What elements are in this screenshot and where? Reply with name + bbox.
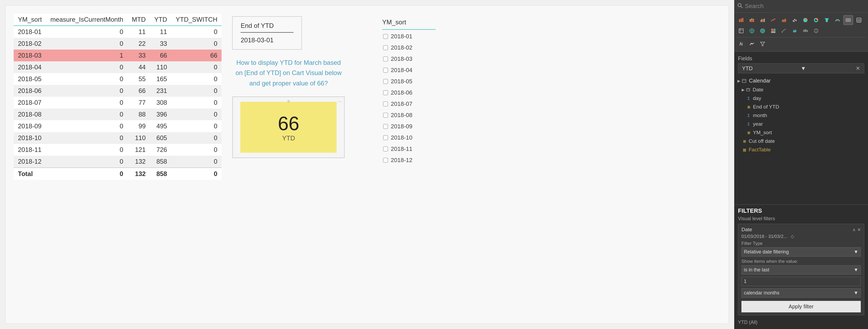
ymsort-checkbox[interactable] <box>383 135 388 140</box>
table-row[interactable]: 2018-050551650 <box>13 73 221 85</box>
ymsort-checkbox[interactable] <box>383 90 388 95</box>
toolbar-line-chart-icon[interactable] <box>769 15 778 25</box>
period-dropdown[interactable]: calendar months ▼ <box>741 288 861 298</box>
ymsort-list-item[interactable]: 2018-02 <box>382 42 436 53</box>
ymsort-checkbox[interactable] <box>383 158 388 163</box>
condition-value: is in the last <box>744 267 769 273</box>
toolbar-card-icon[interactable] <box>843 15 853 25</box>
toolbar-custom1-icon[interactable] <box>801 26 810 36</box>
dropdown-arrow-icon: ▼ <box>854 290 858 296</box>
table-row[interactable]: 2018-070773080 <box>13 97 221 109</box>
table-row[interactable]: 2018-060662310 <box>13 85 221 97</box>
ymsort-list-item[interactable]: 2018-11 <box>382 143 436 155</box>
toolbar-custom2-icon[interactable] <box>811 26 821 36</box>
toolbar-scatter-icon[interactable] <box>790 15 800 25</box>
table-row[interactable]: 2018-080883960 <box>13 109 221 120</box>
toolbar-funnel-icon[interactable] <box>822 15 832 25</box>
table-row[interactable]: 2018-02022330 <box>13 38 221 50</box>
tree-item-date[interactable]: ▶ Date <box>734 85 868 94</box>
toolbar-stacked-bar-icon[interactable] <box>747 15 757 25</box>
toolbar-map-icon[interactable] <box>747 26 757 36</box>
table-row[interactable]: 2018-031336666 <box>13 50 221 61</box>
tree-item-ymsort[interactable]: ▦ YM_sort <box>734 128 868 137</box>
drag-handle-icon[interactable]: ≡ <box>287 99 290 104</box>
ymsort-checkbox[interactable] <box>383 68 388 73</box>
toolbar-donut-icon[interactable] <box>811 15 821 25</box>
ymsort-item-label: 2018-03 <box>391 55 412 62</box>
tree-item-calendar[interactable]: ▶ Calendar <box>734 76 868 85</box>
toolbar-table-icon[interactable] <box>854 15 864 25</box>
filter-number-input[interactable] <box>741 277 861 286</box>
col-header-measureiscurrentmonth[interactable]: measure_IsCurrentMonth <box>46 13 127 26</box>
ymsort-list-item[interactable]: 2018-08 <box>382 110 436 121</box>
ymsort-checkbox[interactable] <box>383 79 388 84</box>
ymsort-list-item[interactable]: 2018-01 <box>382 31 436 42</box>
search-input[interactable] <box>745 3 865 10</box>
toolbar-analytics-icon[interactable] <box>747 39 757 49</box>
ymsort-list-item[interactable]: 2018-09 <box>382 121 436 132</box>
tree-item-year[interactable]: Σ year <box>734 120 868 128</box>
tree-item-day[interactable]: Σ day <box>734 94 868 103</box>
ymsort-list-item[interactable]: 2018-04 <box>382 64 436 76</box>
svg-rect-40 <box>771 31 775 33</box>
ymsort-list-item[interactable]: 2018-12 <box>382 155 436 166</box>
apply-filter-button[interactable]: Apply filter <box>741 301 861 312</box>
tree-item-facttable[interactable]: ▦ FactTable <box>734 145 868 154</box>
toolbar-gauge-icon[interactable] <box>833 15 842 25</box>
table-row[interactable]: 2018-040441100 <box>13 61 221 73</box>
table-icon: ▦ <box>746 105 751 109</box>
table-section: YM_sortmeasure_IsCurrentMonthMTDYTDYTD_S… <box>13 13 221 316</box>
svg-rect-44 <box>785 29 786 29</box>
table-total-row: Total01328580 <box>13 168 221 180</box>
condition-dropdown[interactable]: is in the last ▼ <box>741 265 861 275</box>
tree-item-month[interactable]: Σ month <box>734 111 868 120</box>
toolbar-filter-icon[interactable] <box>758 39 767 49</box>
more-options-icon[interactable]: ··· <box>337 99 341 104</box>
close-filter-icon[interactable]: ✕ <box>857 227 861 232</box>
tree-item-cutoffdate[interactable]: ▦ Cut off date <box>734 137 868 145</box>
table-row[interactable]: 2018-1001106050 <box>13 132 221 144</box>
table-row[interactable]: 2018-01011110 <box>13 26 221 38</box>
toolbar-treemap-icon[interactable] <box>769 26 778 36</box>
table-row[interactable]: 2018-1201328580 <box>13 156 221 168</box>
toolbar-clustered-bar-icon[interactable] <box>758 15 767 25</box>
chevron-icon: ▶ <box>742 88 745 92</box>
toolbar-filled-map-icon[interactable] <box>790 26 800 36</box>
table-row[interactable]: 2018-1101217260 <box>13 144 221 156</box>
table-row[interactable]: 2018-090994950 <box>13 120 221 132</box>
filter-type-value: Relative date filtering <box>744 249 789 255</box>
col-header-ytdswitch[interactable]: YTD_SWITCH <box>171 13 221 26</box>
ymsort-list-item[interactable]: 2018-05 <box>382 76 436 87</box>
toolbar-globe-icon[interactable] <box>758 26 767 36</box>
eraser-icon[interactable]: ◇ <box>791 234 794 239</box>
col-header-mtd[interactable]: MTD <box>127 13 150 26</box>
toolbar-matrix-icon[interactable] <box>736 26 746 36</box>
filter-block-header: Date ∧ ✕ <box>741 227 861 232</box>
ymsort-item-label: 2018-12 <box>391 157 412 164</box>
ymsort-checkbox[interactable] <box>383 34 388 39</box>
toolbar-waterfall-icon[interactable] <box>779 26 789 36</box>
toolbar-format-icon[interactable] <box>736 39 746 49</box>
toolbar-area-chart-icon[interactable] <box>779 15 789 25</box>
col-header-ytd[interactable]: YTD <box>150 13 171 26</box>
ymsort-list-item[interactable]: 2018-06 <box>382 87 436 98</box>
ytd-card-wrapper[interactable]: ≡ ··· 66 YTD <box>232 97 345 158</box>
ymsort-checkbox[interactable] <box>383 124 388 129</box>
ymsort-checkbox[interactable] <box>383 146 388 152</box>
ymsort-checkbox[interactable] <box>383 45 388 50</box>
dropdown-close-icon[interactable]: ✕ <box>856 65 860 72</box>
ymsort-item-label: 2018-10 <box>391 134 412 141</box>
ymsort-list-item[interactable]: 2018-03 <box>382 53 436 64</box>
ymsort-checkbox[interactable] <box>383 102 388 106</box>
chevron-up-icon[interactable]: ∧ <box>852 227 856 232</box>
fields-dropdown[interactable]: YTD ▼ ✕ <box>738 63 864 74</box>
ymsort-checkbox[interactable] <box>383 113 388 118</box>
ymsort-list-item[interactable]: 2018-07 <box>382 98 436 110</box>
filter-type-dropdown[interactable]: Relative date filtering ▼ <box>741 247 861 257</box>
ymsort-checkbox[interactable] <box>383 57 388 61</box>
tree-item-endofytd[interactable]: ▦ End of YTD <box>734 103 868 111</box>
col-header-ymsort[interactable]: YM_sort <box>13 13 46 26</box>
ymsort-list-item[interactable]: 2018-10 <box>382 132 436 143</box>
toolbar-bar-chart-icon[interactable] <box>736 15 746 25</box>
toolbar-pie-icon[interactable] <box>801 15 810 25</box>
